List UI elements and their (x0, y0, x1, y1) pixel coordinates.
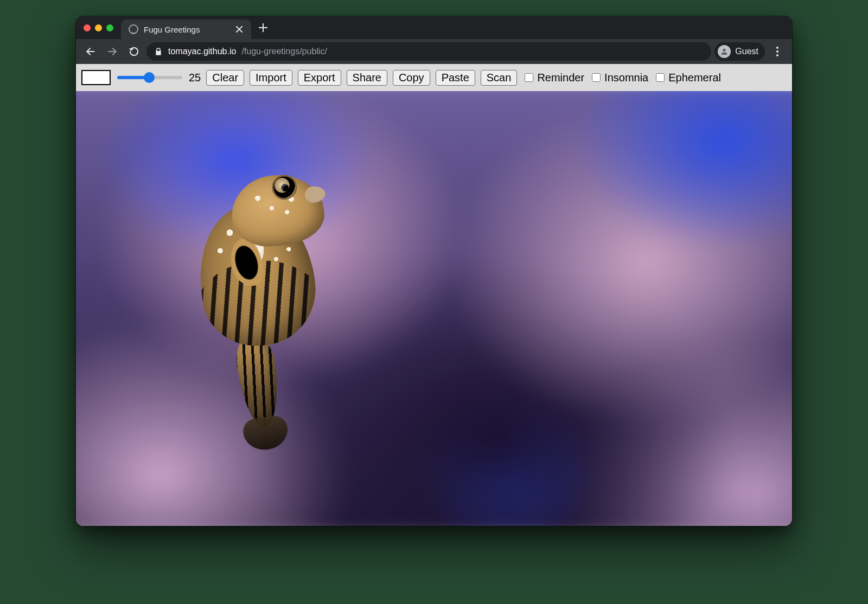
import-button[interactable]: Import (250, 70, 292, 86)
svg-point-2 (723, 49, 726, 52)
pufferfish-illustration (154, 132, 356, 430)
globe-icon (129, 24, 138, 34)
window-zoom-button[interactable] (106, 24, 113, 31)
insomnia-label: Insomnia (604, 72, 648, 84)
url-host: tomayac.github.io (168, 47, 236, 56)
window-close-button[interactable] (84, 24, 91, 31)
app-toolbar: 25 Clear Import Export Share Copy Paste … (76, 64, 792, 91)
browser-window: Fugu Greetings tomayac.github.io/fugu-gr… (76, 16, 792, 526)
color-swatch[interactable] (81, 70, 111, 85)
ephemeral-checkbox[interactable] (656, 73, 665, 82)
url-path: /fugu-greetings/public/ (241, 47, 327, 56)
brush-size-slider[interactable] (117, 76, 182, 79)
arrow-right-icon (107, 46, 118, 57)
ephemeral-label: Ephemeral (668, 72, 721, 84)
tab-strip: Fugu Greetings (76, 16, 792, 39)
paste-button[interactable]: Paste (436, 70, 475, 86)
lock-icon (154, 47, 163, 56)
browser-menu-button[interactable] (768, 42, 787, 61)
reminder-checkbox[interactable] (525, 73, 533, 82)
browser-tab[interactable]: Fugu Greetings (121, 20, 251, 39)
export-button[interactable]: Export (298, 70, 341, 86)
profile-chip[interactable]: Guest (714, 42, 765, 61)
tab-title: Fugu Greetings (144, 25, 229, 34)
profile-label: Guest (735, 47, 758, 56)
ephemeral-checkbox-wrap[interactable]: Ephemeral (654, 72, 721, 84)
reminder-checkbox-wrap[interactable]: Reminder (522, 72, 584, 84)
window-minimize-button[interactable] (95, 24, 102, 31)
copy-button[interactable]: Copy (393, 70, 430, 86)
brush-size-value: 25 (189, 72, 201, 84)
reload-button[interactable] (125, 42, 143, 61)
user-icon (718, 45, 731, 58)
forward-button[interactable] (103, 42, 122, 61)
dots-vertical-icon (776, 47, 778, 49)
browser-toolbar: tomayac.github.io/fugu-greetings/public/… (76, 39, 792, 64)
reload-icon (129, 46, 139, 57)
page-content: 25 Clear Import Export Share Copy Paste … (76, 64, 792, 526)
back-button[interactable] (81, 42, 100, 61)
scan-button[interactable]: Scan (481, 70, 518, 86)
reminder-label: Reminder (537, 72, 584, 84)
close-icon[interactable] (235, 25, 244, 34)
drawing-canvas[interactable] (76, 91, 792, 526)
insomnia-checkbox-wrap[interactable]: Insomnia (590, 72, 648, 84)
new-tab-button[interactable] (256, 20, 271, 35)
arrow-left-icon (85, 46, 96, 57)
insomnia-checkbox[interactable] (592, 73, 601, 82)
window-controls (80, 24, 117, 31)
clear-button[interactable]: Clear (206, 70, 244, 86)
address-bar[interactable]: tomayac.github.io/fugu-greetings/public/ (146, 42, 711, 61)
share-button[interactable]: Share (347, 70, 387, 86)
